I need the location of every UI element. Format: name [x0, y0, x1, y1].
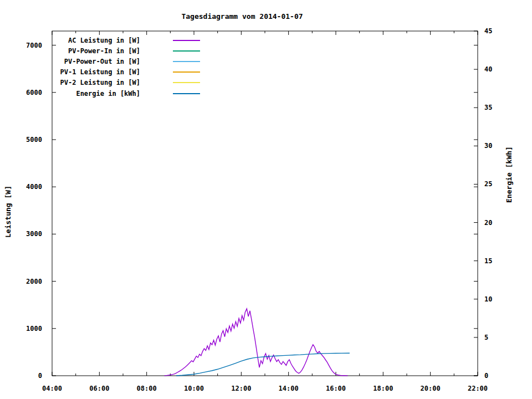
legend-label: PV-Power-In in [W] — [52, 47, 140, 55]
tick-label: 0 — [38, 372, 42, 380]
tick-label: 12:00 — [231, 385, 251, 392]
legend-label: Energie in [kWh] — [52, 90, 140, 98]
tick-label: 5000 — [26, 136, 42, 144]
legend-label: AC Leistung in [W] — [52, 37, 140, 44]
legend-item-pv1-leistung: PV-1 Leistung in [W] — [52, 67, 200, 78]
legend-label: PV-Power-Out in [W] — [52, 58, 140, 65]
tick-label: 08:00 — [137, 385, 157, 392]
series-line — [165, 309, 348, 376]
tick-label: 6000 — [26, 89, 42, 96]
chart-legend: AC Leistung in [W] PV-Power-In in [W] PV… — [52, 35, 200, 99]
tick-label: 1000 — [26, 325, 42, 332]
tick-label: 16:00 — [326, 385, 346, 392]
legend-line-sample — [173, 71, 200, 73]
tick-label: 18:00 — [373, 385, 393, 392]
tick-label: 10 — [484, 295, 492, 303]
tick-label: 40 — [484, 65, 492, 73]
legend-item-pv2-leistung: PV-2 Leistung in [W] — [52, 78, 200, 88]
tick-label: 7000 — [26, 42, 42, 49]
legend-line-sample — [173, 82, 200, 83]
legend-label: PV-1 Leistung in [W] — [52, 68, 140, 76]
tick-label: 10:00 — [184, 385, 204, 392]
tick-label: 14:00 — [279, 385, 299, 392]
legend-line-sample — [173, 40, 200, 41]
tick-label: 30 — [484, 142, 492, 150]
gnuplot-chart-canvas: Tagesdiagramm vom 2014-01-07 Leistung [W… — [0, 0, 532, 399]
legend-line-sample — [173, 61, 200, 62]
tick-label: 15 — [484, 257, 492, 265]
tick-label: 0 — [484, 372, 488, 380]
tick-label: 06:00 — [89, 385, 109, 392]
tick-label: 04:00 — [42, 385, 62, 392]
legend-line-sample — [173, 50, 200, 52]
tick-label: 4000 — [26, 183, 42, 191]
legend-item-ac-leistung: AC Leistung in [W] — [52, 35, 200, 45]
tick-label: 3000 — [26, 230, 42, 238]
legend-item-pv-power-in: PV-Power-In in [W] — [52, 45, 200, 56]
tick-label: 25 — [484, 180, 492, 188]
legend-item-pv-power-out: PV-Power-Out in [W] — [52, 56, 200, 66]
tick-label: 5 — [484, 334, 488, 341]
tick-label: 20 — [484, 219, 492, 227]
tick-label: 45 — [484, 27, 492, 35]
legend-item-energie: Energie in [kWh] — [52, 88, 200, 99]
tick-label: 22:00 — [468, 385, 488, 392]
legend-line-sample — [173, 93, 200, 94]
tick-label: 2000 — [26, 278, 42, 285]
legend-label: PV-2 Leistung in [W] — [52, 79, 140, 86]
tick-label: 35 — [484, 104, 492, 111]
tick-label: 20:00 — [421, 385, 441, 392]
